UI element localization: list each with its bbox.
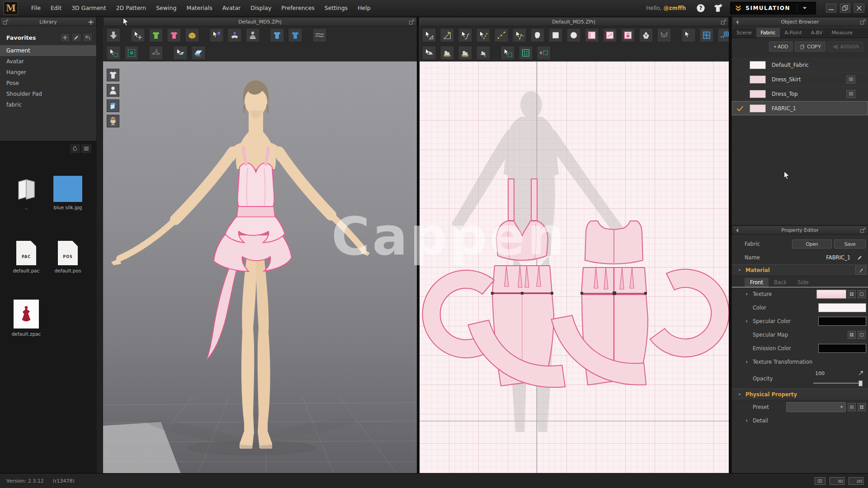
menu-sewing[interactable]: Sewing xyxy=(151,0,181,16)
tab-material-front[interactable]: Front xyxy=(745,278,769,287)
specular-map-browse-button[interactable] xyxy=(848,331,856,339)
favorite-back-button[interactable] xyxy=(83,33,93,42)
menu-materials[interactable]: Materials xyxy=(181,0,217,16)
tool-button[interactable] xyxy=(288,28,302,42)
tool-button[interactable] xyxy=(149,46,163,60)
tool-button[interactable] xyxy=(458,46,472,60)
pattern-scene[interactable] xyxy=(420,61,729,474)
chevron-right-icon[interactable] xyxy=(745,292,749,296)
fabric-row-default-fabric[interactable]: Default_Fabric xyxy=(732,58,868,72)
chevron-right-icon[interactable] xyxy=(745,319,749,324)
copy-fabric-button[interactable]: COPY xyxy=(795,42,826,52)
refresh-button[interactable] xyxy=(70,144,80,153)
material-section-header[interactable]: Material xyxy=(732,264,868,276)
float-window-icon[interactable] xyxy=(859,227,866,234)
show-pattern-visibility-toggle[interactable] xyxy=(107,99,119,112)
tab-a-bv[interactable]: A-BV xyxy=(807,28,827,38)
username-label[interactable]: @zmffh xyxy=(664,5,686,11)
texture-clear-button[interactable] xyxy=(858,290,866,298)
detail-row[interactable]: Detail xyxy=(732,414,868,427)
texture-swatch[interactable] xyxy=(817,290,846,298)
tool-button[interactable] xyxy=(639,28,653,42)
material-tool-button[interactable] xyxy=(855,266,866,275)
tool-button[interactable] xyxy=(270,28,284,42)
file-item-default-pac[interactable]: PAC default.pac xyxy=(5,220,47,273)
tool-button[interactable] xyxy=(107,46,120,60)
dock-icon[interactable] xyxy=(734,227,741,234)
preset-list-button[interactable] xyxy=(848,403,856,411)
minimize-button[interactable] xyxy=(826,4,836,13)
edit-name-icon[interactable] xyxy=(857,254,863,261)
float-window-icon[interactable] xyxy=(720,19,727,26)
tool-button[interactable] xyxy=(167,28,181,42)
library-add-icon[interactable] xyxy=(87,19,94,26)
menu-2d-pattern[interactable]: 2D Pattern xyxy=(111,0,151,16)
avatar[interactable] xyxy=(111,80,370,455)
color-swatch[interactable] xyxy=(819,304,866,312)
simulation-button[interactable]: SIMULATION xyxy=(730,2,816,14)
menu-display[interactable]: Display xyxy=(245,0,276,16)
emission-color-swatch[interactable] xyxy=(819,344,866,352)
tab-scene[interactable]: Scene xyxy=(732,28,756,38)
sidebar-item-avatar[interactable]: Avatar xyxy=(0,56,96,67)
add-fabric-button[interactable]: + ADD xyxy=(769,42,793,52)
menu-3d-garment[interactable]: 3D Garment xyxy=(66,0,111,16)
pattern-piece-flounce-right[interactable] xyxy=(647,264,729,366)
tool-button[interactable] xyxy=(657,28,671,42)
tool-button[interactable] xyxy=(440,46,454,60)
assign-fabric-button[interactable]: ASSIGN xyxy=(828,42,863,52)
tool-button[interactable] xyxy=(107,28,120,42)
tab-a-point[interactable]: A-Point xyxy=(780,28,807,38)
tool-button[interactable] xyxy=(549,28,562,42)
dock-icon[interactable] xyxy=(734,19,741,26)
link-icon[interactable] xyxy=(858,370,864,376)
file-item-blue-silk[interactable]: blue silk.jpg xyxy=(47,157,89,210)
open-button[interactable]: Open xyxy=(792,239,832,249)
fabric-options-button[interactable] xyxy=(846,75,855,84)
fabric-row-dress-top[interactable]: Dress_Top xyxy=(732,87,868,101)
tool-button[interactable] xyxy=(313,28,326,42)
float-window-icon[interactable] xyxy=(408,19,415,26)
favorites-row[interactable]: Favorites xyxy=(0,32,96,43)
3d-scene[interactable] xyxy=(103,61,417,474)
tool-button[interactable] xyxy=(192,46,205,60)
tab-fabric[interactable]: Fabric xyxy=(756,28,780,38)
menu-help[interactable]: Help xyxy=(353,0,376,16)
tool-button[interactable] xyxy=(174,46,187,60)
tab-material-back[interactable]: Back xyxy=(769,278,792,287)
tool-button[interactable] xyxy=(440,28,454,42)
tool-button[interactable] xyxy=(531,28,544,42)
show-garment-visibility-toggle[interactable] xyxy=(107,69,119,81)
texture-transformation-row[interactable]: Texture Transformation xyxy=(732,355,868,369)
tool-button[interactable] xyxy=(246,28,259,42)
view-2d-button[interactable]: 2D xyxy=(849,477,863,485)
tab-material-side[interactable]: Side xyxy=(792,278,814,287)
physical-property-section-header[interactable]: Physical Property xyxy=(732,389,868,400)
fabric-row-dress-skirt[interactable]: Dress_Skirt xyxy=(732,72,868,87)
tool-button[interactable] xyxy=(585,28,599,42)
fabric-options-button[interactable] xyxy=(846,90,855,98)
name-value[interactable]: FABRIC_1 xyxy=(826,254,850,261)
pattern-piece-strap-left[interactable] xyxy=(508,179,514,221)
opacity-value[interactable]: 100 xyxy=(815,371,825,376)
specular-map-clear-button[interactable] xyxy=(858,331,866,339)
tool-button[interactable] xyxy=(700,28,713,42)
tool-button[interactable] xyxy=(185,28,199,42)
pattern-piece-front-yoke[interactable] xyxy=(492,266,552,293)
tool-button[interactable] xyxy=(476,28,490,42)
specular-color-swatch[interactable] xyxy=(819,317,866,325)
simulation-dropdown-icon[interactable] xyxy=(797,4,809,12)
tool-button[interactable] xyxy=(228,28,241,42)
fabric-row-fabric-1[interactable]: FABRIC_1 xyxy=(732,101,868,116)
help-icon[interactable]: ? xyxy=(696,3,706,13)
save-button[interactable]: Save xyxy=(834,239,866,249)
tool-button[interactable] xyxy=(458,28,472,42)
pattern-piece-strap-right[interactable] xyxy=(531,179,537,221)
menu-edit[interactable]: Edit xyxy=(46,0,66,16)
favorite-edit-button[interactable] xyxy=(71,33,81,42)
slider-handle[interactable] xyxy=(859,380,863,386)
tool-button[interactable] xyxy=(513,28,526,42)
3d-canvas[interactable] xyxy=(103,61,417,474)
favorite-add-button[interactable] xyxy=(60,33,70,42)
show-avatar-head-toggle[interactable] xyxy=(107,115,119,127)
